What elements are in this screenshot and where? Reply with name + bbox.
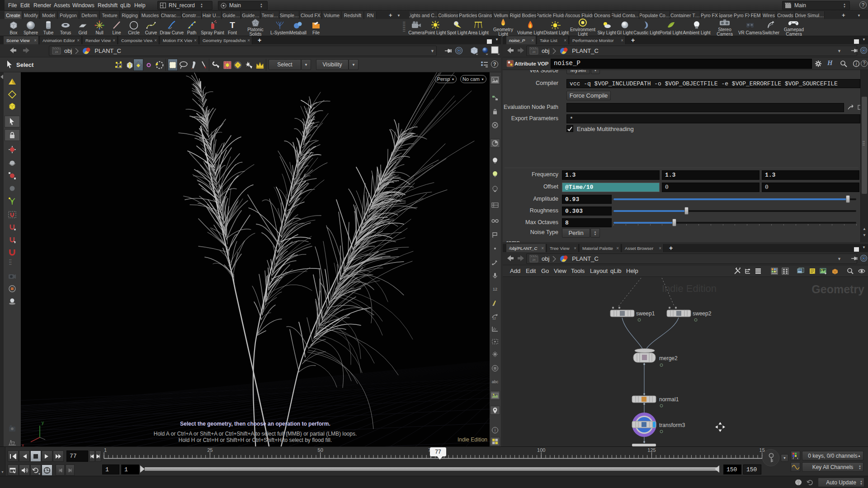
svg-text:i: i: [856, 61, 857, 66]
svg-text:50: 50: [318, 447, 323, 453]
svg-text:merge2: merge2: [659, 355, 678, 361]
svg-text:normal1: normal1: [659, 396, 679, 403]
svg-text:100: 100: [537, 447, 545, 453]
svg-text:25: 25: [207, 447, 212, 453]
svg-text:sweep1: sweep1: [636, 310, 655, 317]
svg-text:sweep2: sweep2: [693, 310, 712, 317]
svg-text:i: i: [495, 428, 495, 432]
svg-text:125: 125: [647, 447, 656, 453]
svg-text:Geometry: Geometry: [811, 283, 864, 296]
svg-text:24: 24: [55, 51, 58, 53]
svg-text:24: 24: [533, 258, 536, 261]
svg-text:x: x: [22, 443, 24, 446]
svg-text:1: 1: [104, 447, 107, 453]
svg-text:12: 12: [492, 317, 496, 319]
svg-text:T: T: [230, 20, 235, 30]
svg-text:transform3: transform3: [659, 422, 685, 428]
svg-text:24: 24: [533, 51, 536, 53]
svg-text:Indie Edition: Indie Edition: [662, 283, 717, 294]
